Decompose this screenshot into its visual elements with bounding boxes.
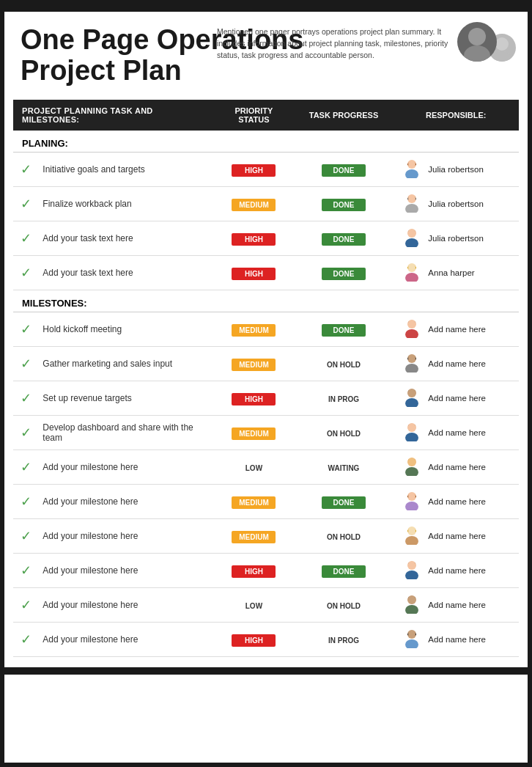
col-header-progress: TASK PROGRESS	[295, 100, 394, 131]
task-cell: Develop dashboard and share with the tea…	[38, 416, 213, 450]
description-text: Mentioned one pager portrays operations …	[217, 26, 451, 61]
svg-point-21	[405, 273, 418, 282]
check-cell: ✓	[13, 256, 38, 290]
progress-cell: WAITING	[295, 450, 394, 485]
priority-cell: HIGH	[213, 221, 294, 256]
name-cell: Anna harper	[424, 256, 519, 290]
bottom-bar	[4, 667, 528, 675]
svg-point-61	[408, 596, 416, 604]
avatar-cell	[393, 623, 424, 657]
svg-point-53	[408, 527, 415, 535]
svg-point-1	[464, 45, 490, 62]
table-row: ✓ Add your milestone here HIGH DONE Add …	[13, 554, 519, 588]
avatar-cell	[393, 347, 424, 381]
table-container: PROJECT PLANNING TASK AND MILESTONES: PR…	[4, 100, 528, 667]
check-cell: ✓	[13, 187, 38, 221]
name-cell: Add name here	[424, 450, 519, 485]
priority-cell: MEDIUM	[213, 485, 294, 519]
svg-point-47	[405, 502, 418, 510]
priority-cell: LOW	[213, 588, 294, 623]
svg-point-12	[405, 204, 418, 213]
svg-point-48	[408, 493, 415, 500]
avatar-cell	[393, 381, 424, 416]
name-cell: Add name here	[424, 588, 519, 623]
svg-point-16	[405, 238, 418, 247]
task-cell: Add your task text here	[38, 221, 213, 256]
table-row: ✓ Add your milestone here HIGH IN PROG A…	[13, 623, 519, 657]
task-cell: Finalize workback plan	[38, 187, 213, 221]
table-row: ✓ Add your milestone here MEDIUM DONE Ad…	[13, 485, 519, 519]
check-cell: ✓	[13, 153, 38, 187]
check-cell: ✓	[13, 221, 38, 256]
avatar-cell	[393, 450, 424, 485]
svg-point-66	[408, 631, 415, 638]
name-cell: Julia robertson	[424, 187, 519, 221]
name-cell: Add name here	[424, 347, 519, 381]
avatar-group	[457, 22, 516, 62]
avatar-cell	[393, 187, 424, 221]
svg-point-26	[408, 320, 416, 329]
priority-cell: MEDIUM	[213, 347, 294, 381]
table-row: ✓ Develop dashboard and share with the t…	[13, 416, 519, 450]
priority-cell: MEDIUM	[213, 312, 294, 347]
task-cell: Add your milestone here	[38, 485, 213, 519]
avatar-cell	[393, 256, 424, 290]
name-cell: Julia robertson	[424, 153, 519, 187]
table-header-row: PROJECT PLANNING TASK AND MILESTONES: PR…	[13, 100, 519, 131]
check-cell: ✓	[13, 485, 38, 519]
check-cell: ✓	[13, 588, 38, 623]
progress-cell: DONE	[295, 485, 394, 519]
check-cell: ✓	[13, 623, 38, 657]
svg-point-34	[405, 398, 418, 407]
svg-point-17	[408, 230, 416, 238]
svg-point-13	[408, 195, 415, 202]
avatar-cell	[393, 485, 424, 519]
progress-cell: IN PROG	[295, 623, 394, 657]
header-section: One Page Operations Project Plan Mention…	[4, 12, 528, 100]
svg-point-30	[405, 364, 418, 373]
priority-cell: HIGH	[213, 153, 294, 187]
check-cell: ✓	[13, 416, 38, 450]
name-cell: Add name here	[424, 485, 519, 519]
table-row: ✓ Add your milestone here LOW WAITING Ad…	[13, 450, 519, 485]
progress-cell: ON HOLD	[295, 519, 394, 554]
priority-cell: HIGH	[213, 256, 294, 290]
task-cell: Add your milestone here	[38, 588, 213, 623]
top-bar	[4, 4, 528, 12]
name-cell: Add name here	[424, 312, 519, 347]
name-cell: Add name here	[424, 381, 519, 416]
name-cell: Add name here	[424, 519, 519, 554]
task-cell: Add your milestone here	[38, 623, 213, 657]
svg-point-35	[408, 389, 416, 397]
progress-cell: ON HOLD	[295, 588, 394, 623]
name-cell: Julia robertson	[424, 221, 519, 256]
svg-point-57	[408, 562, 416, 570]
table-row: ✓ Add your task text here HIGH DONE Anna…	[13, 256, 519, 290]
priority-cell: HIGH	[213, 554, 294, 588]
col-header-priority: PRIORITYSTATUS	[213, 100, 294, 131]
svg-point-52	[405, 536, 418, 545]
task-cell: Add your task text here	[38, 256, 213, 290]
task-cell: Set up revenue targets	[38, 381, 213, 416]
avatar-cell	[393, 588, 424, 623]
priority-cell: HIGH	[213, 623, 294, 657]
table-row: ✓ Hold kickoff meeting MEDIUM DONE Add n…	[13, 312, 519, 347]
check-cell: ✓	[13, 519, 38, 554]
section-header-row: PLANING:	[13, 131, 519, 153]
avatar-cell	[393, 519, 424, 554]
svg-point-31	[408, 355, 415, 362]
name-cell: Add name here	[424, 416, 519, 450]
svg-point-3	[492, 51, 511, 62]
table-row: ✓ Add your milestone here MEDIUM ON HOLD…	[13, 519, 519, 554]
avatar-cell	[393, 221, 424, 256]
task-cell: Gather marketing and sales input	[38, 347, 213, 381]
check-cell: ✓	[13, 450, 38, 485]
progress-cell: DONE	[295, 221, 394, 256]
svg-point-7	[405, 169, 418, 178]
task-cell: Initiative goals and targets	[38, 153, 213, 187]
svg-point-56	[405, 570, 418, 579]
svg-point-43	[408, 458, 416, 466]
name-cell: Add name here	[424, 623, 519, 657]
table-row: ✓ Finalize workback plan MEDIUM DONE Jul…	[13, 187, 519, 221]
table-row: ✓ Add your milestone here LOW ON HOLD Ad…	[13, 588, 519, 623]
